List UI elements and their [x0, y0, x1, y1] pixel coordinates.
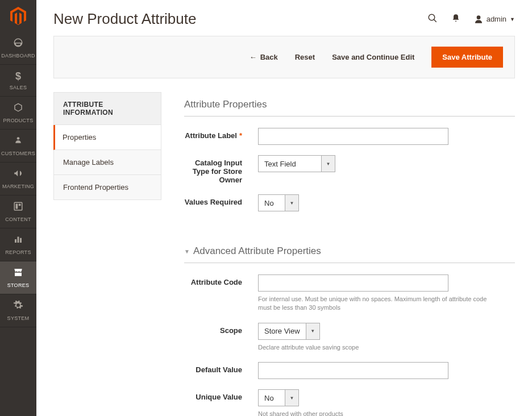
field-control: For internal use. Must be unique with no… [258, 274, 497, 313]
nav-label: DASHBOARD [1, 53, 35, 59]
values-required-select[interactable]: No ▼ [258, 194, 299, 211]
svg-point-9 [476, 15, 480, 19]
svg-rect-6 [20, 238, 22, 243]
field-attribute-code: Attribute Code For internal use. Must be… [184, 274, 515, 313]
svg-rect-3 [19, 204, 21, 206]
nav-reports[interactable]: REPORTS [0, 228, 36, 261]
reports-icon [13, 234, 23, 247]
default-value-input[interactable] [258, 362, 448, 379]
field-note: For internal use. Must be unique with no… [258, 295, 497, 313]
field-control [258, 128, 497, 145]
svg-rect-4 [15, 239, 16, 243]
panel-header: ATTRIBUTE INFORMATION [53, 92, 161, 125]
field-catalog-input-type: Catalog Input Type for Store Owner Text … [184, 155, 515, 184]
products-icon [13, 102, 23, 115]
nav-label: MARKETING [2, 184, 34, 189]
catalog-input-type-select[interactable]: Text Field ▼ [258, 155, 335, 172]
nav-label: STORES [7, 282, 30, 288]
attribute-label-input[interactable] [258, 128, 448, 145]
chevron-down-icon: ▼ [510, 16, 515, 22]
notifications-icon[interactable] [451, 14, 460, 25]
nav-products[interactable]: PRODUCTS [0, 97, 36, 130]
tab-manage-labels[interactable]: Manage Labels [53, 150, 161, 175]
nav-dashboard[interactable]: DASHBOARD [0, 32, 36, 65]
section-attribute-properties: Attribute Properties [184, 92, 515, 117]
nav-label: CONTENT [5, 217, 31, 222]
collapse-icon: ▼ [184, 248, 190, 255]
admin-sidebar: DASHBOARD $ SALES PRODUCTS CUSTOMERS MAR… [0, 0, 36, 416]
select-value: No [259, 390, 285, 406]
field-label: Scope [184, 323, 258, 335]
tab-frontend-properties[interactable]: Frontend Properties [53, 175, 161, 200]
nav-stores[interactable]: STORES [0, 261, 36, 294]
svg-rect-2 [16, 204, 18, 209]
chevron-down-icon: ▼ [285, 195, 298, 211]
arrow-left-icon: ← [250, 53, 257, 61]
field-note: Declare attribute value saving scope [258, 343, 497, 352]
field-label: Attribute Code [184, 274, 258, 286]
reset-button[interactable]: Reset [295, 53, 315, 61]
select-value: Text Field [259, 156, 321, 172]
nav-label: REPORTS [5, 249, 31, 255]
dashboard-icon [13, 38, 23, 51]
nav-label: SYSTEM [7, 315, 30, 321]
marketing-icon [13, 168, 23, 181]
svg-point-0 [17, 137, 20, 140]
nav-label: PRODUCTS [3, 118, 34, 123]
chevron-down-icon: ▼ [285, 390, 298, 406]
field-label: Catalog Input Type for Store Owner [184, 155, 258, 184]
admin-user-menu[interactable]: admin ▼ [474, 15, 515, 24]
nav-system[interactable]: SYSTEM [0, 294, 36, 327]
field-note: Not shared with other products [258, 410, 497, 416]
field-label: Default Value [184, 362, 258, 374]
section-advanced-properties[interactable]: ▼ Advanced Attribute Properties [184, 239, 515, 263]
magento-logo[interactable] [0, 0, 36, 32]
nav-label: CUSTOMERS [1, 151, 35, 156]
stores-icon [13, 267, 23, 280]
nav-marketing[interactable]: MARKETING [0, 163, 36, 195]
nav-content[interactable]: CONTENT [0, 195, 36, 228]
field-unique-value: Unique Value No ▼ Not shared with other … [184, 389, 515, 416]
customers-icon [14, 135, 22, 148]
field-label: Attribute Label* [184, 128, 258, 140]
save-attribute-button[interactable]: Save Attribute [431, 47, 503, 68]
unique-value-select[interactable]: No ▼ [258, 389, 299, 406]
field-default-value: Default Value [184, 362, 515, 379]
search-icon[interactable] [427, 13, 438, 26]
field-control: No ▼ [258, 194, 497, 211]
tab-properties[interactable]: Properties [53, 125, 161, 150]
save-continue-button[interactable]: Save and Continue Edit [332, 53, 414, 61]
svg-rect-5 [18, 237, 19, 243]
scope-select[interactable]: Store View ▼ [258, 323, 320, 340]
action-toolbar: ← Back Reset Save and Continue Edit Save… [53, 36, 515, 78]
system-icon [13, 300, 23, 313]
form-area: Attribute Properties Attribute Label* Ca… [184, 92, 515, 416]
field-attribute-label: Attribute Label* [184, 128, 515, 145]
field-control: No ▼ Not shared with other products [258, 389, 497, 416]
required-mark: * [239, 131, 242, 140]
page-header: New Product Attribute admin ▼ [36, 0, 532, 36]
attribute-info-panel: ATTRIBUTE INFORMATION Properties Manage … [53, 92, 161, 416]
field-label: Unique Value [184, 389, 258, 401]
nav-customers[interactable]: CUSTOMERS [0, 130, 36, 163]
content-columns: ATTRIBUTE INFORMATION Properties Manage … [36, 92, 532, 416]
header-actions: admin ▼ [427, 13, 515, 26]
nav-sales[interactable]: $ SALES [0, 65, 36, 97]
select-value: Store View [259, 323, 306, 339]
back-label: Back [260, 53, 278, 61]
user-icon [474, 15, 483, 24]
select-value: No [259, 195, 285, 211]
nav-label: SALES [10, 85, 27, 90]
main-content: New Product Attribute admin ▼ ← Back Res… [36, 0, 532, 416]
field-label: Values Required [184, 194, 258, 206]
chevron-down-icon: ▼ [306, 323, 319, 339]
attribute-code-input[interactable] [258, 274, 448, 292]
back-button[interactable]: ← Back [250, 53, 278, 61]
field-control [258, 362, 497, 379]
content-icon [13, 201, 23, 214]
field-control: Store View ▼ Declare attribute value sav… [258, 323, 497, 352]
field-scope: Scope Store View ▼ Declare attribute val… [184, 323, 515, 352]
svg-point-7 [429, 14, 435, 20]
page-title: New Product Attribute [53, 10, 427, 28]
field-control: Text Field ▼ [258, 155, 497, 172]
